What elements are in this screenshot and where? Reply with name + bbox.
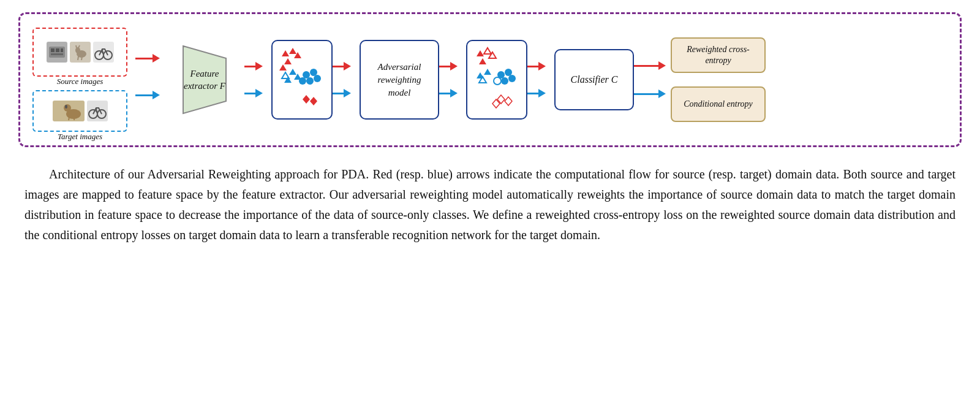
reweighted-crossentropy-label: Reweighted cross-entropy bbox=[676, 44, 761, 66]
svg-point-15 bbox=[64, 104, 71, 112]
svg-point-6 bbox=[75, 47, 80, 53]
extractor-to-scatter-red bbox=[244, 62, 263, 71]
conditional-entropy-box: Conditional entropy bbox=[671, 86, 766, 122]
svg-point-33 bbox=[310, 69, 317, 76]
diagram-container: Source images Target images bbox=[18, 12, 962, 147]
input-column: Source images Target images bbox=[32, 28, 130, 132]
target-images-box: Target images bbox=[32, 90, 127, 132]
svg-line-7 bbox=[76, 45, 77, 48]
feature-extractor-block: Featureextractor F bbox=[165, 40, 244, 120]
scatter2-to-classifier-blue bbox=[527, 89, 546, 97]
svg-marker-29 bbox=[289, 69, 296, 75]
svg-marker-42 bbox=[489, 52, 496, 58]
classifier-label: Classifier C bbox=[571, 73, 618, 86]
scatter2-to-classifier-red bbox=[527, 62, 546, 71]
svg-rect-2 bbox=[56, 48, 59, 52]
svg-point-35 bbox=[314, 75, 321, 82]
classifier-block: Classifier C bbox=[554, 49, 634, 110]
svg-point-47 bbox=[505, 69, 512, 76]
svg-marker-25 bbox=[284, 58, 292, 64]
target-to-extractor-arrow bbox=[135, 91, 160, 99]
svg-line-10 bbox=[81, 56, 82, 60]
svg-marker-39 bbox=[477, 50, 484, 56]
svg-line-9 bbox=[78, 56, 78, 60]
svg-rect-1 bbox=[51, 48, 55, 52]
svg-line-8 bbox=[78, 45, 80, 48]
source-label: Source images bbox=[57, 77, 104, 86]
extractor-to-scatter-blue bbox=[244, 89, 263, 97]
svg-line-13 bbox=[102, 49, 104, 55]
svg-point-49 bbox=[508, 75, 516, 82]
scatter1-to-adv-red bbox=[333, 62, 351, 71]
conditional-entropy-label: Conditional entropy bbox=[684, 99, 753, 110]
svg-line-21 bbox=[96, 108, 97, 114]
scatter-plot-2 bbox=[466, 40, 527, 120]
svg-marker-24 bbox=[289, 48, 296, 54]
caption-text: Architecture of our Adversarial Reweight… bbox=[18, 164, 962, 245]
svg-marker-41 bbox=[479, 58, 486, 64]
svg-line-18 bbox=[74, 114, 75, 120]
reweighted-crossentropy-box: Reweighted cross-entropy bbox=[671, 37, 766, 73]
classifier-to-entropy-arrow bbox=[634, 90, 666, 98]
svg-point-50 bbox=[494, 77, 501, 85]
target-label: Target images bbox=[58, 132, 102, 142]
svg-rect-3 bbox=[61, 48, 63, 52]
svg-point-36 bbox=[299, 77, 306, 85]
source-images-box: Source images bbox=[32, 28, 127, 77]
svg-marker-38 bbox=[310, 97, 317, 105]
svg-marker-30 bbox=[284, 77, 292, 83]
output-column: Reweighted cross-entropy Conditional ent… bbox=[671, 37, 766, 122]
feature-extractor-label: Featureextractor F bbox=[184, 67, 225, 93]
svg-marker-44 bbox=[484, 69, 491, 75]
adversarial-reweighting-block: Adversarial reweighting model bbox=[360, 40, 439, 120]
svg-rect-4 bbox=[51, 53, 63, 55]
svg-marker-27 bbox=[279, 64, 287, 71]
svg-point-48 bbox=[501, 77, 508, 85]
svg-point-34 bbox=[306, 77, 314, 85]
adv-to-scatter2-red bbox=[439, 62, 458, 71]
source-to-extractor-arrow bbox=[135, 54, 160, 63]
svg-point-32 bbox=[303, 71, 310, 78]
adversarial-label: Adversarial reweighting model bbox=[366, 61, 433, 99]
scatter-plot-1 bbox=[271, 40, 333, 120]
svg-marker-37 bbox=[303, 95, 310, 104]
scatter1-to-adv-blue bbox=[333, 89, 351, 97]
svg-point-16 bbox=[65, 105, 67, 109]
classifier-to-crossentropy-arrow bbox=[634, 61, 666, 70]
adv-to-scatter2-blue bbox=[439, 89, 458, 97]
svg-marker-23 bbox=[282, 50, 289, 56]
svg-marker-40 bbox=[484, 48, 491, 54]
svg-marker-52 bbox=[505, 97, 512, 105]
